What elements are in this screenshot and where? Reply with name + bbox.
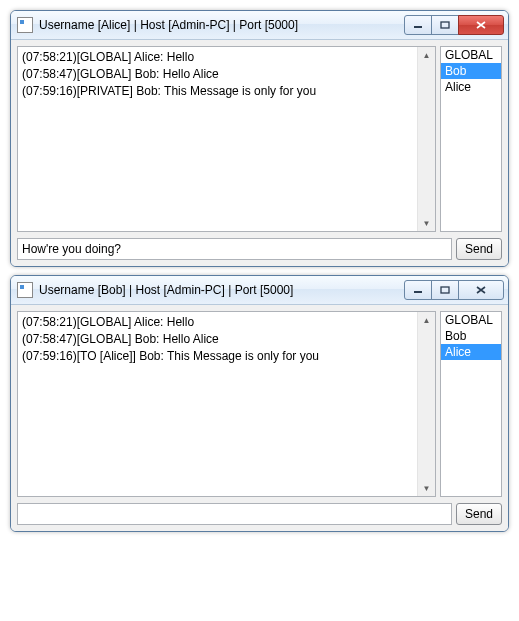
chat-log[interactable]: (07:58:21)[GLOBAL] Alice: Hello (07:58:4…	[17, 46, 436, 232]
user-item-alice[interactable]: Alice	[441, 344, 501, 360]
chat-line: (07:59:16)[TO [Alice]] Bob: This Message…	[22, 348, 431, 365]
svg-rect-3	[441, 287, 449, 293]
chat-log[interactable]: (07:58:21)[GLOBAL] Alice: Hello (07:58:4…	[17, 311, 436, 497]
user-item-alice[interactable]: Alice	[441, 79, 501, 95]
chat-line: (07:58:47)[GLOBAL] Bob: Hello Alice	[22, 66, 431, 83]
maximize-button[interactable]	[431, 280, 459, 300]
minimize-icon	[413, 21, 423, 29]
window-buttons	[404, 15, 504, 35]
send-button[interactable]: Send	[456, 238, 502, 260]
close-button[interactable]	[458, 15, 504, 35]
svg-rect-2	[414, 291, 422, 293]
scroll-down-icon[interactable]: ▼	[419, 480, 434, 496]
minimize-button[interactable]	[404, 15, 432, 35]
minimize-button[interactable]	[404, 280, 432, 300]
user-list[interactable]: GLOBAL Bob Alice	[440, 46, 502, 232]
client-area: (07:58:21)[GLOBAL] Alice: Hello (07:58:4…	[11, 40, 508, 266]
chat-line: (07:58:47)[GLOBAL] Bob: Hello Alice	[22, 331, 431, 348]
maximize-icon	[440, 21, 450, 29]
app-icon	[17, 17, 33, 33]
user-item-global[interactable]: GLOBAL	[441, 47, 501, 63]
user-item-global[interactable]: GLOBAL	[441, 312, 501, 328]
close-button[interactable]	[458, 280, 504, 300]
user-list[interactable]: GLOBAL Bob Alice	[440, 311, 502, 497]
window-title: Username [Bob] | Host [Admin-PC] | Port …	[39, 283, 404, 297]
scrollbar[interactable]: ▲ ▼	[417, 47, 435, 231]
chat-line: (07:58:21)[GLOBAL] Alice: Hello	[22, 314, 431, 331]
close-icon	[475, 20, 487, 30]
svg-rect-0	[414, 26, 422, 28]
window-buttons	[404, 280, 504, 300]
titlebar[interactable]: Username [Bob] | Host [Admin-PC] | Port …	[11, 276, 508, 305]
client-area: (07:58:21)[GLOBAL] Alice: Hello (07:58:4…	[11, 305, 508, 531]
chat-line: (07:58:21)[GLOBAL] Alice: Hello	[22, 49, 431, 66]
maximize-icon	[440, 286, 450, 294]
chat-line: (07:59:16)[PRIVATE] Bob: This Message is…	[22, 83, 431, 100]
chat-window-alice: Username [Alice] | Host [Admin-PC] | Por…	[10, 10, 509, 267]
minimize-icon	[413, 286, 423, 294]
message-input[interactable]	[17, 503, 452, 525]
scroll-up-icon[interactable]: ▲	[419, 47, 434, 63]
close-icon	[475, 285, 487, 295]
user-item-bob[interactable]: Bob	[441, 328, 501, 344]
svg-rect-1	[441, 22, 449, 28]
app-icon	[17, 282, 33, 298]
scroll-down-icon[interactable]: ▼	[419, 215, 434, 231]
window-title: Username [Alice] | Host [Admin-PC] | Por…	[39, 18, 404, 32]
chat-window-bob: Username [Bob] | Host [Admin-PC] | Port …	[10, 275, 509, 532]
send-button[interactable]: Send	[456, 503, 502, 525]
user-item-bob[interactable]: Bob	[441, 63, 501, 79]
maximize-button[interactable]	[431, 15, 459, 35]
titlebar[interactable]: Username [Alice] | Host [Admin-PC] | Por…	[11, 11, 508, 40]
scroll-up-icon[interactable]: ▲	[419, 312, 434, 328]
message-input[interactable]	[17, 238, 452, 260]
scrollbar[interactable]: ▲ ▼	[417, 312, 435, 496]
